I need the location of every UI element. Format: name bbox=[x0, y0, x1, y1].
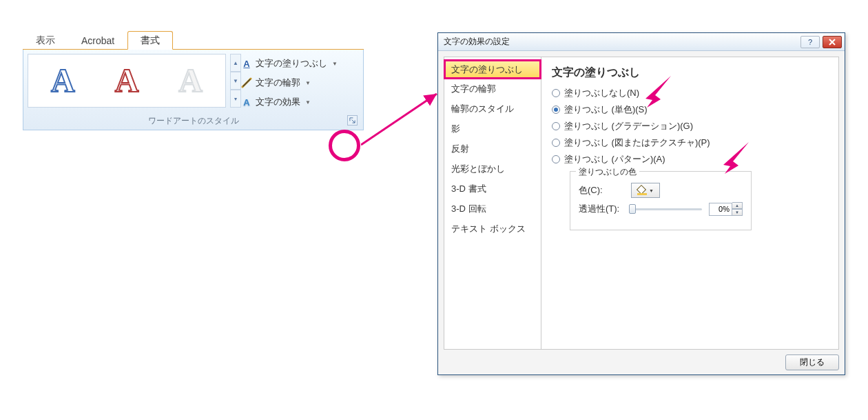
tab-view[interactable]: 表示 bbox=[23, 31, 68, 50]
color-label: 色(C): bbox=[579, 184, 624, 197]
transparency-label: 透過性(T): bbox=[579, 203, 622, 215]
text-effects-button[interactable]: A 文字の効果 ▼ bbox=[241, 96, 359, 108]
dialog-titlebar[interactable]: 文字の効果の設定 ? bbox=[438, 33, 845, 51]
panel-heading: 文字の塗りつぶし bbox=[552, 66, 828, 80]
radio-icon bbox=[552, 122, 560, 130]
dialog-body: 文字の塗りつぶし 文字の輪郭 輪郭のスタイル 影 反射 光彩とぼかし 3-D 書… bbox=[444, 57, 839, 350]
radio-label: 塗りつぶし (図またはテクスチャ)(P) bbox=[564, 137, 710, 149]
dialog-footer: 閉じる bbox=[785, 354, 839, 370]
svg-line-0 bbox=[361, 94, 437, 145]
dialog-main-panel: 文字の塗りつぶし 塗りつぶしなし(N) 塗りつぶし (単色)(S) 塗りつぶし … bbox=[541, 57, 839, 350]
sidebar-item-textbox[interactable]: テキスト ボックス bbox=[444, 219, 541, 239]
sidebar-item-reflection[interactable]: 反射 bbox=[444, 139, 541, 159]
chevron-down-icon: ▼ bbox=[305, 80, 311, 86]
tab-format[interactable]: 書式 bbox=[127, 31, 173, 50]
text-effects-dialog: 文字の効果の設定 ? 文字の塗りつぶし 文字の輪郭 輪郭のスタイル 影 反射 光… bbox=[437, 32, 845, 375]
radio-label: 塗りつぶし (単色)(S) bbox=[564, 103, 648, 116]
group-label: ワードアートのスタイル bbox=[23, 115, 363, 127]
fieldset-legend: 塗りつぶしの色 bbox=[576, 166, 639, 178]
color-row: 色(C): ▼ bbox=[579, 183, 743, 198]
dialog-title: 文字の効果の設定 bbox=[444, 36, 798, 48]
close-dialog-button[interactable]: 閉じる bbox=[785, 354, 839, 370]
radio-icon bbox=[552, 139, 560, 147]
annotation-arrow bbox=[361, 92, 444, 154]
color-picker-button[interactable]: ▼ bbox=[631, 183, 660, 198]
radio-pattern-fill[interactable]: 塗りつぶし (パターン)(A) bbox=[552, 153, 828, 166]
chevron-down-icon: ▼ bbox=[305, 99, 311, 106]
radio-no-fill[interactable]: 塗りつぶしなし(N) bbox=[552, 87, 828, 99]
wordart-style-preview[interactable]: A bbox=[51, 64, 75, 97]
text-fill-icon: A bbox=[241, 58, 252, 69]
gallery-scroll: ▲ ▼ ▾ bbox=[230, 54, 241, 108]
tab-acrobat[interactable]: Acrobat bbox=[68, 31, 127, 50]
radio-label: 塗りつぶし (パターン)(A) bbox=[564, 153, 665, 166]
text-outline-button[interactable]: 文字の輪郭 ▼ bbox=[241, 77, 359, 89]
spinner-down-button[interactable]: ▼ bbox=[732, 209, 743, 216]
spinner-up-button[interactable]: ▲ bbox=[732, 202, 743, 209]
slider-track bbox=[629, 208, 702, 210]
radio-icon bbox=[552, 106, 560, 114]
radio-gradient-fill[interactable]: 塗りつぶし (グラデーション)(G) bbox=[552, 120, 828, 132]
wordart-style-preview[interactable]: A bbox=[115, 64, 139, 97]
radio-label: 塗りつぶしなし(N) bbox=[564, 87, 639, 99]
slider-thumb[interactable] bbox=[629, 204, 636, 214]
ribbon-tab-strip: 表示 Acrobat 書式 bbox=[23, 30, 364, 50]
sidebar-item-outline[interactable]: 文字の輪郭 bbox=[444, 79, 541, 99]
sidebar-item-shadow[interactable]: 影 bbox=[444, 119, 541, 139]
text-effects-label: 文字の効果 bbox=[256, 96, 300, 108]
text-effects-icon: A bbox=[241, 97, 252, 108]
help-button[interactable]: ? bbox=[800, 36, 820, 48]
sidebar-item-3d-format[interactable]: 3-D 書式 bbox=[444, 179, 541, 199]
text-outline-label: 文字の輪郭 bbox=[256, 77, 300, 89]
sidebar-item-fill[interactable]: 文字の塗りつぶし bbox=[444, 59, 541, 79]
gallery-down-button[interactable]: ▼ bbox=[230, 72, 241, 90]
transparency-row: 透過性(T): ▲ ▼ bbox=[579, 202, 743, 216]
radio-icon bbox=[552, 155, 560, 163]
paint-bucket-icon bbox=[637, 186, 647, 195]
fill-color-fieldset: 塗りつぶしの色 色(C): ▼ 透過性(T): bbox=[570, 171, 752, 230]
sidebar-item-3d-rotation[interactable]: 3-D 回転 bbox=[444, 199, 541, 219]
text-fill-label: 文字の塗りつぶし bbox=[256, 57, 327, 70]
wordart-style-preview[interactable]: A bbox=[178, 64, 203, 97]
sidebar-item-outline-style[interactable]: 輪郭のスタイル bbox=[444, 99, 541, 119]
sidebar-item-glow[interactable]: 光彩とぼかし bbox=[444, 159, 541, 179]
dialog-sidebar: 文字の塗りつぶし 文字の輪郭 輪郭のスタイル 影 反射 光彩とぼかし 3-D 書… bbox=[444, 57, 541, 350]
close-button[interactable] bbox=[823, 36, 842, 48]
wordart-style-gallery[interactable]: A A A bbox=[28, 54, 226, 108]
text-fill-button[interactable]: A 文字の塗りつぶし ▼ bbox=[241, 57, 359, 70]
chevron-down-icon: ▼ bbox=[649, 188, 654, 193]
gallery-up-button[interactable]: ▲ bbox=[230, 54, 241, 72]
annotation-circle bbox=[329, 130, 360, 161]
gallery-more-button[interactable]: ▾ bbox=[230, 90, 241, 108]
radio-icon bbox=[552, 89, 560, 97]
transparency-input[interactable] bbox=[709, 203, 732, 216]
transparency-slider[interactable] bbox=[629, 203, 702, 214]
radio-solid-fill[interactable]: 塗りつぶし (単色)(S) bbox=[552, 103, 828, 116]
radio-label: 塗りつぶし (グラデーション)(G) bbox=[564, 120, 693, 132]
dialog-launcher[interactable] bbox=[347, 115, 358, 126]
chevron-down-icon: ▼ bbox=[332, 61, 338, 67]
transparency-spinner: ▲ ▼ bbox=[709, 202, 743, 216]
ribbon-group-wordart: A A A ▲ ▼ ▾ A 文字の塗りつぶし ▼ 文字の輪郭 ▼ A bbox=[23, 50, 364, 130]
radio-picture-fill[interactable]: 塗りつぶし (図またはテクスチャ)(P) bbox=[552, 137, 828, 149]
ribbon: 表示 Acrobat 書式 A A A ▲ ▼ ▾ A 文字の塗りつぶし ▼ 文… bbox=[23, 30, 364, 130]
text-outline-icon bbox=[241, 77, 252, 88]
